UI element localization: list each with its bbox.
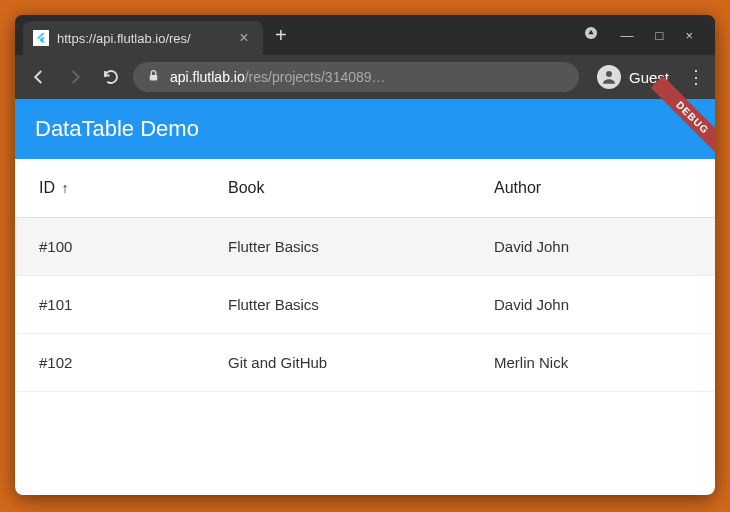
cell-id: #100 xyxy=(15,218,204,276)
table-row[interactable]: #101 Flutter Basics David John xyxy=(15,276,715,334)
sort-asc-icon: ↑ xyxy=(61,180,68,196)
cell-id: #101 xyxy=(15,276,204,334)
cell-author: David John xyxy=(470,276,715,334)
column-label: Book xyxy=(228,179,264,196)
avatar-icon xyxy=(597,65,621,89)
cell-author: Merlin Nick xyxy=(470,334,715,392)
new-tab-button[interactable]: + xyxy=(275,24,287,47)
flutter-icon xyxy=(33,30,49,46)
table-header-row: ID ↑ Book Author xyxy=(15,159,715,218)
menu-button[interactable]: ⋮ xyxy=(687,66,705,88)
cell-book: Flutter Basics xyxy=(204,276,470,334)
column-header-id[interactable]: ID ↑ xyxy=(15,159,204,218)
address-bar[interactable]: api.flutlab.io/res/projects/314089… xyxy=(133,62,579,92)
column-header-author[interactable]: Author xyxy=(470,159,715,218)
data-table: ID ↑ Book Author #100 Flutter xyxy=(15,159,715,495)
browser-tab[interactable]: https://api.flutlab.io/res/ × xyxy=(23,21,263,55)
url-path: /res/projects/314089… xyxy=(245,69,386,85)
url-text: api.flutlab.io/res/projects/314089… xyxy=(170,69,386,85)
table-row[interactable]: #102 Git and GitHub Merlin Nick xyxy=(15,334,715,392)
column-header-book[interactable]: Book xyxy=(204,159,470,218)
lock-icon xyxy=(147,69,160,85)
column-label: Author xyxy=(494,179,541,196)
close-window-button[interactable]: × xyxy=(685,28,693,43)
svg-rect-1 xyxy=(150,75,158,80)
titlebar: https://api.flutlab.io/res/ × + — □ × xyxy=(15,15,715,55)
browser-window: https://api.flutlab.io/res/ × + — □ × xyxy=(15,15,715,495)
window-controls: — □ × xyxy=(583,25,707,45)
back-button[interactable] xyxy=(25,63,53,91)
tab-title: https://api.flutlab.io/res/ xyxy=(57,31,227,46)
browser-toolbar: api.flutlab.io/res/projects/314089… Gues… xyxy=(15,55,715,99)
app-bar: DataTable Demo DEBUG xyxy=(15,99,715,159)
incognito-icon xyxy=(583,25,599,45)
cell-book: Git and GitHub xyxy=(204,334,470,392)
column-label: ID xyxy=(39,179,55,196)
svg-point-2 xyxy=(606,71,612,77)
cell-id: #102 xyxy=(15,334,204,392)
table-row[interactable]: #100 Flutter Basics David John xyxy=(15,218,715,276)
forward-button[interactable] xyxy=(61,63,89,91)
maximize-button[interactable]: □ xyxy=(656,28,664,43)
page-content: DataTable Demo DEBUG ID ↑ Book Autho xyxy=(15,99,715,495)
cell-author: David John xyxy=(470,218,715,276)
reload-button[interactable] xyxy=(97,63,125,91)
app-title: DataTable Demo xyxy=(35,116,199,142)
tab-close-button[interactable]: × xyxy=(235,29,253,47)
minimize-button[interactable]: — xyxy=(621,28,634,43)
url-host: api.flutlab.io xyxy=(170,69,245,85)
cell-book: Flutter Basics xyxy=(204,218,470,276)
